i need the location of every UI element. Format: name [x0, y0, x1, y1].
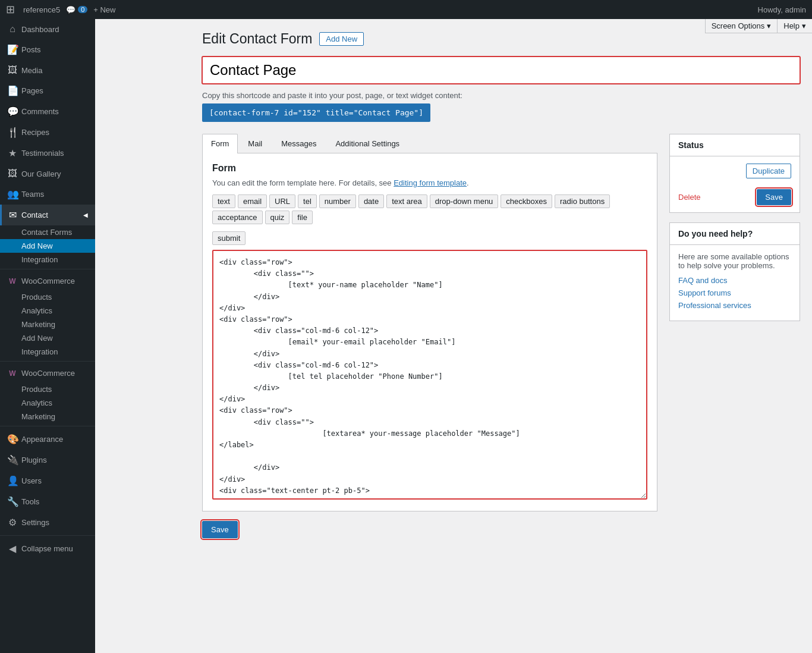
- appearance-icon: 🎨: [7, 434, 18, 445]
- sidebar-item-pages[interactable]: 📄 Pages: [0, 80, 95, 101]
- add-new-button[interactable]: Add New: [319, 32, 364, 46]
- tag-btn-text[interactable]: text: [212, 194, 235, 208]
- help-panel-body: Here are some available options to help …: [670, 245, 800, 321]
- woocommerce-icon-2: W: [7, 369, 18, 378]
- sidebar-item-collapse[interactable]: ◀ Collapse menu: [0, 538, 95, 559]
- contact-chevron-icon: ◀: [83, 212, 88, 218]
- sidebar-item-contact[interactable]: ✉ Contact ◀: [0, 205, 95, 225]
- submit-tag-row: submit: [212, 231, 647, 245]
- gallery-icon: 🖼: [7, 168, 18, 179]
- comments-icon: 💬: [66, 5, 75, 14]
- sidebar-item-tools[interactable]: 🔧 Tools: [0, 491, 95, 512]
- sidebar-sub-add-new[interactable]: Add New: [0, 239, 95, 253]
- comments-count: 0: [78, 6, 87, 13]
- sidebar-sub-marketing-2[interactable]: Marketing: [0, 410, 95, 423]
- bottom-save-button[interactable]: Save: [202, 521, 238, 538]
- top-right-buttons: Screen Options ▾ Help ▾: [705, 19, 812, 33]
- woocommerce-icon-1: W: [7, 277, 18, 285]
- howdy-text: Howdy, admin: [758, 5, 806, 14]
- media-icon: 🖼: [7, 65, 18, 76]
- sidebar-item-testimonials[interactable]: ★ Testimonials: [0, 143, 95, 164]
- chevron-down-icon: ▾: [767, 21, 771, 30]
- layout: ⌂ Dashboard 📝 Posts 🖼 Media 📄 Pages 💬 Co…: [0, 19, 812, 653]
- sidebar-item-plugins[interactable]: 🔌 Plugins: [0, 450, 95, 470]
- tab-form[interactable]: Form: [202, 134, 238, 153]
- tag-btn-acceptance[interactable]: acceptance: [212, 211, 263, 224]
- sidebar-bottom-divider: [0, 535, 95, 536]
- sidebar-item-woocommerce-1[interactable]: W WooCommerce: [0, 272, 95, 290]
- sidebar-sub-analytics-1[interactable]: Analytics: [0, 304, 95, 318]
- duplicate-button[interactable]: Duplicate: [746, 164, 791, 178]
- plugins-icon: 🔌: [7, 454, 18, 466]
- page-title: Edit Contact Form: [202, 31, 312, 47]
- site-name[interactable]: reference5: [23, 5, 60, 14]
- tag-btn-textarea[interactable]: text area: [386, 194, 427, 208]
- status-panel-body: Duplicate Delete Save: [670, 156, 800, 212]
- comments-link[interactable]: 💬 0: [66, 5, 87, 14]
- sidebar: ⌂ Dashboard 📝 Posts 🖼 Media 📄 Pages 💬 Co…: [0, 19, 95, 653]
- help-button[interactable]: Help ▾: [777, 19, 812, 33]
- sidebar-item-our-gallery[interactable]: 🖼 Our Gallery: [0, 164, 95, 184]
- help-panel-title: Do you need help?: [670, 223, 800, 245]
- tag-btn-url[interactable]: URL: [269, 194, 295, 208]
- help-link-professional[interactable]: Professional services: [678, 301, 791, 310]
- sidebar-sub-analytics-2[interactable]: Analytics: [0, 396, 95, 410]
- content-main: Form Mail Messages Additional Settings F…: [202, 134, 657, 538]
- code-textarea[interactable]: <div class="row"> <div class=""> [text* …: [212, 250, 647, 500]
- sidebar-sub-integration-woo[interactable]: Integration: [0, 345, 95, 359]
- sidebar-section-divider-3: [0, 426, 95, 426]
- delete-link[interactable]: Delete: [678, 193, 701, 202]
- editing-form-template-link[interactable]: Editing form template: [394, 178, 467, 187]
- tag-btn-checkboxes[interactable]: checkboxes: [501, 194, 552, 208]
- sidebar-sub-products-2[interactable]: Products: [0, 382, 95, 396]
- sidebar-item-media[interactable]: 🖼 Media: [0, 60, 95, 80]
- tag-btn-number[interactable]: number: [319, 194, 356, 208]
- tab-panel-form: Form You can edit the form template here…: [202, 153, 657, 511]
- sidebar-item-woocommerce-2[interactable]: W WooCommerce: [0, 364, 95, 382]
- sidebar-section-divider-2: [0, 361, 95, 362]
- new-button[interactable]: + New: [93, 5, 115, 14]
- teams-icon: 👥: [7, 189, 18, 200]
- sidebar-item-settings[interactable]: ⚙ Settings: [0, 512, 95, 533]
- tag-buttons: text email URL tel number date text area…: [212, 194, 647, 224]
- sidebar-item-users[interactable]: 👤 Users: [0, 470, 95, 491]
- sidebar-item-teams[interactable]: 👥 Teams: [0, 184, 95, 205]
- form-title-input[interactable]: [202, 56, 800, 84]
- tag-btn-submit[interactable]: submit: [212, 231, 246, 245]
- sidebar-sub-add-new-woo[interactable]: Add New: [0, 331, 95, 345]
- screen-options-button[interactable]: Screen Options ▾: [705, 19, 778, 33]
- tag-btn-quiz[interactable]: quiz: [265, 211, 290, 224]
- tabs: Form Mail Messages Additional Settings: [202, 134, 657, 153]
- tab-messages[interactable]: Messages: [272, 134, 325, 153]
- sidebar-item-posts[interactable]: 📝 Posts: [0, 39, 95, 60]
- sidebar-item-comments[interactable]: 💬 Comments: [0, 101, 95, 122]
- tag-btn-radio[interactable]: radio buttons: [555, 194, 610, 208]
- sidebar-sub-integration[interactable]: Integration: [0, 253, 95, 266]
- dashboard-icon: ⌂: [7, 24, 18, 34]
- main-content: Edit Contact Form Add New Copy this shor…: [190, 19, 812, 653]
- tools-icon: 🔧: [7, 496, 18, 507]
- tag-btn-date[interactable]: date: [358, 194, 384, 208]
- tag-btn-email[interactable]: email: [238, 194, 267, 208]
- shortcode-box[interactable]: [contact-form-7 id="152" title="Contact …: [202, 103, 430, 122]
- sidebar-item-appearance[interactable]: 🎨 Appearance: [0, 429, 95, 450]
- help-panel: Do you need help? Here are some availabl…: [669, 222, 800, 321]
- sidebar-item-dashboard[interactable]: ⌂ Dashboard: [0, 19, 95, 39]
- tag-btn-tel[interactable]: tel: [298, 194, 317, 208]
- tag-btn-dropdown[interactable]: drop-down menu: [430, 194, 499, 208]
- sidebar-item-recipes[interactable]: 🍴 Recipes: [0, 122, 95, 143]
- help-link-faq[interactable]: FAQ and docs: [678, 276, 791, 285]
- help-link-support[interactable]: Support forums: [678, 288, 791, 297]
- save-button[interactable]: Save: [757, 189, 791, 205]
- tab-mail[interactable]: Mail: [239, 134, 271, 153]
- content-sidebar: Status Duplicate Delete Save: [669, 134, 800, 321]
- comments-nav-icon: 💬: [7, 106, 18, 117]
- content-grid: Form Mail Messages Additional Settings F…: [202, 134, 800, 538]
- panel-title: Form: [212, 163, 647, 174]
- status-panel: Status Duplicate Delete Save: [669, 134, 800, 213]
- tag-btn-file[interactable]: file: [292, 211, 313, 224]
- sidebar-sub-products-1[interactable]: Products: [0, 290, 95, 304]
- sidebar-sub-contact-forms[interactable]: Contact Forms: [0, 225, 95, 239]
- tab-additional-settings[interactable]: Additional Settings: [326, 134, 408, 153]
- sidebar-sub-marketing-1[interactable]: Marketing: [0, 318, 95, 331]
